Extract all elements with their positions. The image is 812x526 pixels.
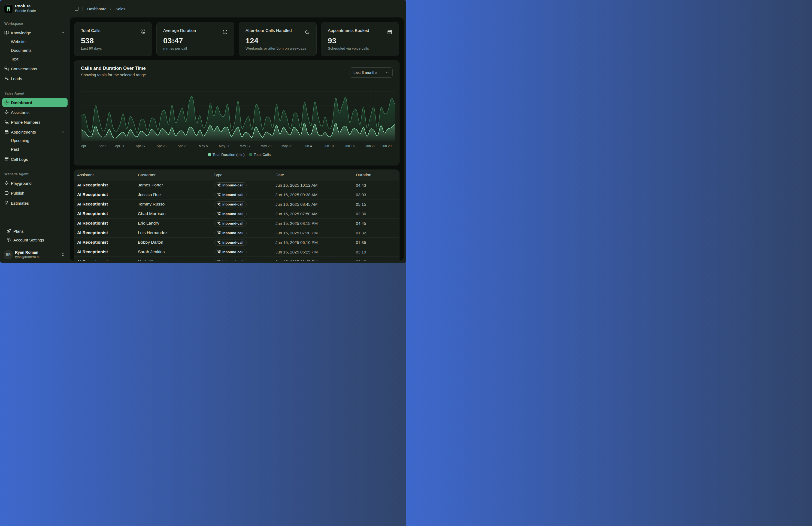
svg-text:Jun 16: Jun 16 (345, 144, 355, 148)
svg-text:May 17: May 17 (240, 144, 251, 148)
svg-text:Apr 29: Apr 29 (178, 144, 187, 148)
svg-text:May 23: May 23 (261, 144, 271, 148)
svg-text:Jun 4: Jun 4 (304, 144, 312, 148)
svg-text:Apr 1: Apr 1 (81, 144, 89, 148)
svg-text:Apr 17: Apr 17 (136, 144, 145, 148)
svg-text:Total Calls: Total Calls (254, 153, 271, 157)
svg-text:May 29: May 29 (281, 144, 292, 148)
svg-text:Jun 10: Jun 10 (324, 144, 334, 148)
svg-text:May 11: May 11 (219, 144, 229, 148)
svg-text:May 5: May 5 (199, 144, 208, 148)
svg-text:Total Duration (min): Total Duration (min) (213, 153, 245, 157)
svg-text:Jun 22: Jun 22 (365, 144, 376, 148)
svg-text:Apr 6: Apr 6 (98, 144, 106, 148)
svg-text:Jun 29: Jun 29 (381, 144, 392, 148)
svg-text:Apr 11: Apr 11 (115, 144, 125, 148)
svg-text:Apr 23: Apr 23 (157, 144, 166, 148)
